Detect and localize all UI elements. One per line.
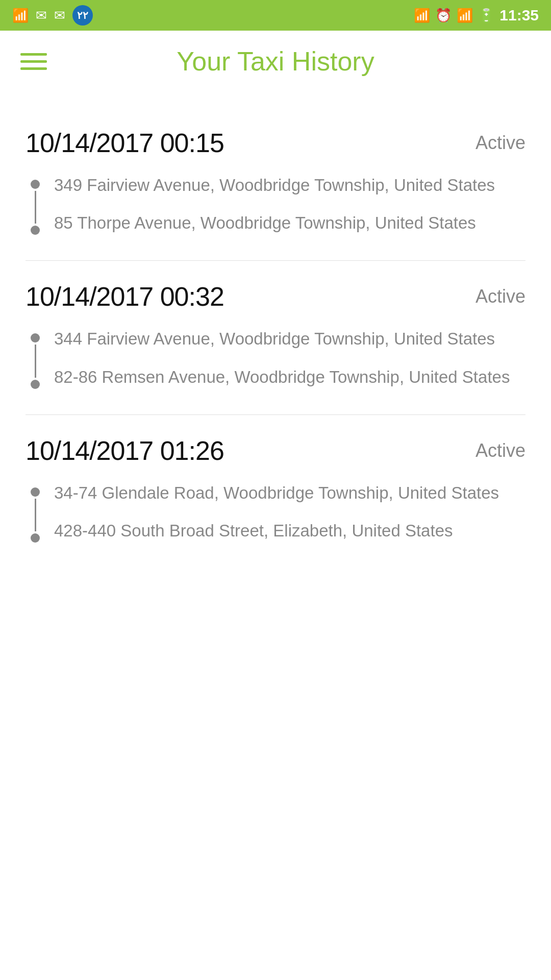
route-addresses: 349 Fairview Avenue, Woodbridge Township…: [54, 174, 495, 235]
bluetooth-icon: 📶: [414, 9, 430, 22]
destination-dot: [31, 226, 40, 235]
ride-status: Active: [475, 132, 525, 154]
ride-header: 10/14/2017 00:32 Active: [26, 281, 525, 312]
to-address: 428-440 South Broad Street, Elizabeth, U…: [54, 519, 499, 543]
destination-dot: [31, 380, 40, 389]
ride-header: 10/14/2017 01:26 Active: [26, 435, 525, 466]
email-icon: ✉: [36, 9, 47, 22]
route-dots: [31, 327, 40, 388]
ride-datetime: 10/14/2017 00:32: [26, 281, 224, 312]
route-line: [35, 345, 36, 377]
route-addresses: 344 Fairview Avenue, Woodbridge Township…: [54, 327, 510, 388]
signal-icon: 📶: [457, 9, 473, 22]
ride-item[interactable]: 10/14/2017 01:26 Active 34-74 Glendale R…: [26, 415, 525, 568]
ride-route: 349 Fairview Avenue, Woodbridge Township…: [26, 174, 525, 235]
ride-route: 344 Fairview Avenue, Woodbridge Township…: [26, 327, 525, 388]
app-header: Your Taxi History: [0, 31, 551, 92]
route-line: [35, 499, 36, 531]
ride-datetime: 10/14/2017 01:26: [26, 435, 224, 466]
route-dots: [31, 174, 40, 235]
route-addresses: 34-74 Glendale Road, Woodbridge Township…: [54, 481, 499, 543]
ride-item[interactable]: 10/14/2017 00:15 Active 349 Fairview Ave…: [26, 107, 525, 261]
route-dots: [31, 481, 40, 543]
wifi-icon: 📶: [12, 9, 29, 22]
to-address: 85 Thorpe Avenue, Woodbridge Township, U…: [54, 211, 495, 235]
ride-status: Active: [475, 286, 525, 307]
from-address: 344 Fairview Avenue, Woodbridge Township…: [54, 327, 510, 351]
battery-icon: 🔋: [478, 9, 494, 22]
from-address: 34-74 Glendale Road, Woodbridge Township…: [54, 481, 499, 505]
ride-status: Active: [475, 440, 525, 461]
ride-item[interactable]: 10/14/2017 00:32 Active 344 Fairview Ave…: [26, 261, 525, 414]
menu-button[interactable]: [20, 53, 47, 70]
from-address: 349 Fairview Avenue, Woodbridge Township…: [54, 174, 495, 197]
ride-history-list: 10/14/2017 00:15 Active 349 Fairview Ave…: [0, 92, 551, 599]
ride-datetime: 10/14/2017 00:15: [26, 128, 224, 158]
origin-dot: [31, 487, 40, 497]
status-time: 11:35: [499, 7, 539, 24]
status-bar-left: 📶 ✉ ✉ ٢٢: [12, 5, 93, 26]
ride-header: 10/14/2017 00:15 Active: [26, 128, 525, 158]
origin-dot: [31, 333, 40, 342]
destination-dot: [31, 533, 40, 543]
origin-dot: [31, 180, 40, 189]
status-bar-right: 📶 ⏰ 📶 🔋 11:35: [414, 7, 539, 24]
route-line: [35, 191, 36, 224]
status-bar: 📶 ✉ ✉ ٢٢ 📶 ⏰ 📶 🔋 11:35: [0, 0, 551, 31]
ride-route: 34-74 Glendale Road, Woodbridge Township…: [26, 481, 525, 543]
email-at-icon: ✉: [54, 9, 65, 22]
page-title: Your Taxi History: [57, 46, 494, 77]
alarm-icon: ⏰: [435, 9, 452, 22]
to-address: 82-86 Remsen Avenue, Woodbridge Township…: [54, 365, 510, 389]
notification-badge: ٢٢: [72, 5, 93, 26]
